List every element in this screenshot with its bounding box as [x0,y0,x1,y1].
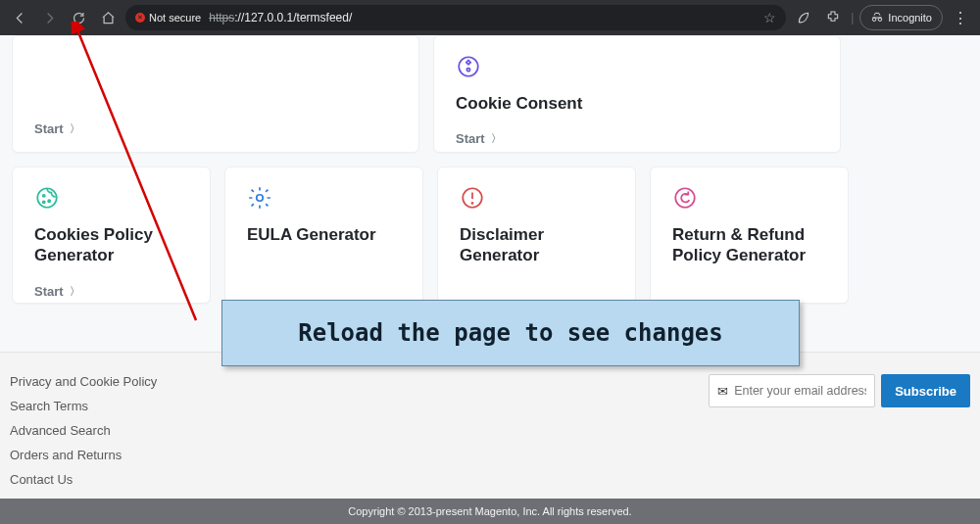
svg-point-6 [257,195,264,202]
url: https://127.0.0.1/termsfeed/ [209,11,352,24]
annotation-callout: Reload the page to see changes [221,300,800,366]
start-link[interactable]: Start 〉 [34,284,80,299]
svg-point-3 [43,195,45,197]
svg-point-9 [471,203,472,204]
subscribe-button[interactable]: Subscribe [881,374,970,407]
card-title: Return & RefundPolicy Generator [672,224,826,266]
browser-menu-button[interactable]: ⋮ [949,9,972,27]
envelope-icon: ✉ [717,384,728,399]
svg-point-5 [43,201,45,203]
card-cookie-consent[interactable]: Cookie Consent Start 〉 [433,35,841,153]
refund-icon [672,185,698,211]
card-eula-generator[interactable]: EULA Generator [224,167,423,304]
copyright-bar: Copyright © 2013-present Magento, Inc. A… [0,499,980,524]
back-button[interactable] [8,6,31,29]
card-partial-left[interactable]: Start 〉 [12,35,419,153]
chevron-right-icon: 〉 [70,284,80,299]
svg-point-4 [48,200,50,202]
email-input-wrap[interactable]: ✉ [709,374,875,407]
start-link[interactable]: Start 〉 [34,121,397,136]
svg-point-1 [466,69,469,71]
bookmark-star-icon[interactable]: ☆ [763,10,776,25]
page-content: Start 〉 Cookie Consent Start 〉 Cookies P… [0,35,980,352]
email-field[interactable] [734,384,866,398]
alert-icon [460,185,485,211]
address-bar[interactable]: ✕ Not secure https://127.0.0.1/termsfeed… [125,5,786,30]
card-return-refund-generator[interactable]: Return & RefundPolicy Generator [650,167,849,304]
reload-button[interactable] [67,6,90,29]
footer-link[interactable]: Privacy and Cookie Policy [10,374,157,389]
incognito-label: Incognito [888,12,932,24]
extensions-icon[interactable] [821,6,845,29]
home-button[interactable] [96,6,120,29]
card-cookies-policy-generator[interactable]: Cookies PolicyGenerator Start 〉 [12,167,211,304]
svg-point-2 [37,188,57,208]
chevron-right-icon: 〉 [491,131,502,146]
footer: Privacy and Cookie Policy Search Terms A… [0,352,980,499]
card-title: Cookie Consent [456,93,818,114]
footer-link[interactable]: Advanced Search [10,423,157,438]
security-badge: ✕ Not secure [135,12,201,24]
footer-link[interactable]: Contact Us [10,472,157,487]
url-protocol: https [209,11,234,24]
browser-chrome: ✕ Not secure https://127.0.0.1/termsfeed… [0,0,980,35]
subscribe-form: ✉ Subscribe [709,374,970,499]
chevron-right-icon: 〉 [70,121,80,136]
card-title: Cookies PolicyGenerator [34,224,188,266]
card-disclaimer-generator[interactable]: DisclaimerGenerator [437,167,636,304]
card-row-2: Cookies PolicyGenerator Start 〉 EULA Gen… [12,167,968,304]
url-path: ://127.0.0.1/termsfeed/ [234,11,352,24]
leaf-icon[interactable] [792,6,815,29]
footer-links: Privacy and Cookie Policy Search Terms A… [10,374,157,499]
card-title: DisclaimerGenerator [460,224,613,266]
alert-icon: ✕ [135,13,145,23]
gear-icon [247,185,272,211]
card-title: EULA Generator [247,224,401,245]
start-link[interactable]: Start 〉 [456,131,502,146]
svg-point-10 [675,188,695,208]
footer-link[interactable]: Search Terms [10,399,157,413]
incognito-badge[interactable]: Incognito [859,5,943,30]
card-row-1: Start 〉 Cookie Consent Start 〉 [12,35,968,153]
security-label: Not secure [149,12,201,24]
cookie-consent-icon [456,54,481,79]
forward-button[interactable] [37,6,61,29]
cookie-icon [34,185,60,211]
footer-link[interactable]: Orders and Returns [10,448,157,462]
